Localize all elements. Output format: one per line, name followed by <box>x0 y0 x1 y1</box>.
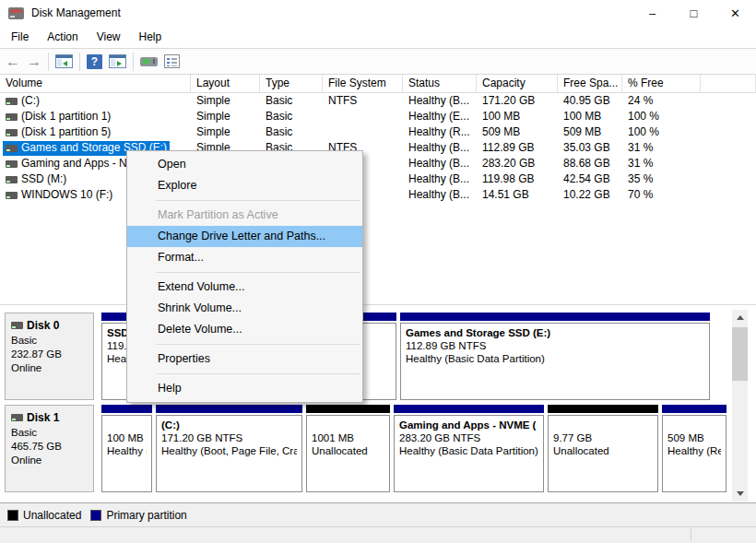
volume-capacity: 112.89 GB <box>477 140 558 156</box>
disk-label-box[interactable]: Disk 1 Basic 465.75 GB Online <box>5 405 94 492</box>
scroll-up-icon[interactable] <box>732 310 748 325</box>
app-icon <box>8 7 24 19</box>
context-menu-item-label: Explore <box>158 179 196 192</box>
partition-block[interactable]: Gaming and Apps - NVME ( 283.20 GB NTFS … <box>394 405 544 492</box>
menu-item[interactable]: View <box>88 27 130 47</box>
context-menu-item[interactable]: Open <box>127 154 362 175</box>
console-tree-icon[interactable] <box>55 54 73 68</box>
menu-item[interactable]: Help <box>130 27 171 47</box>
help-icon[interactable]: ? <box>87 54 102 69</box>
volume-filesystem <box>323 124 403 140</box>
close-button[interactable]: ✕ <box>715 0 756 26</box>
volume-percent-free: 24 % <box>622 93 701 109</box>
context-menu-item[interactable]: Shrink Volume... <box>127 298 362 319</box>
partition-title <box>553 419 653 431</box>
disk-status: Online <box>11 361 89 375</box>
column-header[interactable]: Free Spa... <box>558 75 622 93</box>
green-arrow-icon <box>117 61 122 66</box>
volume-status: Healthy (E... <box>403 109 477 124</box>
volume-capacity: 119.98 GB <box>477 171 558 187</box>
context-menu: Open Explore Mark Partition as Active Ch… <box>126 150 363 403</box>
drive-icon <box>6 176 18 183</box>
vertical-scrollbar[interactable] <box>732 310 748 502</box>
partition-status: Healthy (Basic Data Partition) <box>406 352 704 365</box>
context-menu-item[interactable]: Change Drive Letter and Paths... <box>127 226 362 247</box>
column-header[interactable] <box>701 75 756 93</box>
partition-status: Healthy (Boot, Page File, Cra <box>161 444 297 457</box>
volume-free-space: 35.03 GB <box>558 140 622 156</box>
partition-size: 171.20 GB NTFS <box>161 431 297 444</box>
volume-row[interactable]: (C:) Simple Basic NTFS Healthy (B... 171… <box>0 93 756 109</box>
column-header[interactable]: Volume <box>0 75 191 93</box>
volume-row[interactable]: Games and Storage SSD (E:) Simple Basic … <box>0 140 756 156</box>
menu-item[interactable]: File <box>2 27 38 47</box>
volume-status: Healthy (R... <box>403 124 477 140</box>
volume-percent-free: 31 % <box>622 140 701 156</box>
partition-block[interactable]: 100 MB Healthy ( <box>101 405 152 492</box>
column-header[interactable]: Status <box>403 75 477 93</box>
column-header[interactable]: Layout <box>191 75 260 93</box>
partition-status: Unallocated <box>312 444 384 457</box>
partition-body: 1001 MB Unallocated <box>306 415 390 492</box>
toolbar-separator <box>133 53 134 71</box>
partition-block[interactable]: Games and Storage SSD (E:) 112.89 GB NTF… <box>400 313 710 400</box>
disk-device-icon[interactable] <box>140 57 158 66</box>
maximize-button[interactable]: □ <box>673 0 715 26</box>
column-header[interactable]: % Free <box>622 75 701 93</box>
partition-body: (C:) 171.20 GB NTFS Healthy (Boot, Page … <box>156 415 302 492</box>
minimize-button[interactable]: – <box>632 0 673 26</box>
partition-block[interactable]: 509 MB Healthy (Reco <box>662 405 726 492</box>
partition-body: Gaming and Apps - NVME ( 283.20 GB NTFS … <box>394 415 544 492</box>
drive-icon <box>6 98 18 105</box>
disk-icon <box>11 322 23 329</box>
context-menu-item <box>156 272 360 273</box>
toolbar: ← → ? <box>0 48 756 75</box>
volume-row[interactable]: WINDOWS 10 (F:) Healthy (B... 14.51 GB 1… <box>0 187 756 203</box>
context-menu-item[interactable]: Format... <box>127 247 362 268</box>
partition-title: Games and Storage SSD (E:) <box>406 326 704 339</box>
partition-title <box>667 419 721 431</box>
partition-block[interactable]: 9.77 GB Unallocated <box>548 405 658 492</box>
partition-color-bar <box>548 405 658 413</box>
back-icon[interactable]: ← <box>6 53 20 71</box>
column-header[interactable]: Capacity <box>477 75 558 93</box>
volume-capacity: 509 MB <box>477 124 558 140</box>
action-pane-icon[interactable] <box>109 54 126 68</box>
volume-row[interactable]: (Disk 1 partition 5) Simple Basic Health… <box>0 124 756 140</box>
context-menu-item[interactable]: Properties <box>127 348 362 370</box>
partition-block[interactable]: 1001 MB Unallocated <box>306 405 390 492</box>
context-menu-item[interactable]: Explore <box>127 175 362 196</box>
partition-color-bar <box>400 313 710 321</box>
context-menu-item[interactable]: Delete Volume... <box>127 319 362 340</box>
volume-list-header: Volume Layout Type File System Status Ca… <box>0 75 756 93</box>
partition-block[interactable]: (C:) 171.20 GB NTFS Healthy (Boot, Page … <box>156 405 302 492</box>
partition-body: 509 MB Healthy (Reco <box>662 415 726 492</box>
disk-name: Disk 0 <box>27 319 59 332</box>
column-header[interactable]: Type <box>260 75 323 93</box>
context-menu-item[interactable]: Help <box>127 378 362 399</box>
drive-icon <box>6 129 18 136</box>
volume-layout: Simple <box>191 124 260 140</box>
scrollbar-thumb[interactable] <box>732 327 748 381</box>
volume-row[interactable]: Gaming and Apps - N Healthy (B... 283.20… <box>0 156 756 171</box>
column-header[interactable]: File System <box>323 75 403 93</box>
volume-free-space: 100 MB <box>558 109 622 124</box>
menu-item[interactable]: Action <box>38 27 87 47</box>
partition-status: Healthy (Reco <box>667 444 721 457</box>
volume-row[interactable]: (Disk 1 partition 1) Simple Basic Health… <box>0 109 756 124</box>
context-menu-item-label: Format... <box>158 251 204 264</box>
forward-icon[interactable]: → <box>27 53 41 71</box>
disk-status: Online <box>11 454 89 467</box>
partition-color-bar <box>662 405 726 413</box>
context-menu-item <box>156 200 360 201</box>
legend-unallocated-label: Unallocated <box>23 509 81 522</box>
disk-label-box[interactable]: Disk 0 Basic 232.87 GB Online <box>5 313 94 400</box>
bottom-strip: Unallocated Primary partition <box>0 502 756 543</box>
context-menu-item[interactable]: Extend Volume... <box>127 277 362 298</box>
scroll-down-icon[interactable] <box>732 486 748 502</box>
volume-type: Basic <box>260 124 323 140</box>
drive-icon <box>6 145 18 152</box>
checklist-icon[interactable] <box>164 54 180 68</box>
volume-row[interactable]: SSD (M:) Healthy (B... 119.98 GB 42.54 G… <box>0 171 756 187</box>
volume-capacity: 14.51 GB <box>477 187 558 203</box>
